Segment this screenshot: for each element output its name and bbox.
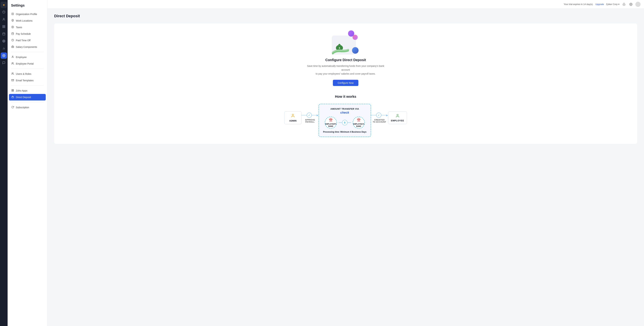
circle-2	[352, 35, 358, 40]
employer-bank-label: EMPLOYER'SBANK	[325, 123, 336, 127]
divider-4	[11, 102, 44, 102]
svg-marker-52	[357, 118, 360, 119]
icon-bar: ★	[0, 0, 8, 326]
sidebar-item-work-locations[interactable]: Work Locations	[8, 18, 47, 24]
arrow-right-1: ▶	[317, 114, 318, 116]
svg-rect-22	[12, 33, 14, 35]
work-locations-icon	[11, 19, 14, 22]
employee-portal-icon	[11, 62, 14, 65]
svg-rect-31	[12, 89, 12, 90]
how-it-works-title: How it works	[335, 95, 356, 99]
banks-row: EMPLOYER'SBANK $ EMPLOYEE'SBANK	[325, 116, 365, 129]
person-icon-btn[interactable]	[1, 16, 7, 23]
svg-point-40	[292, 114, 294, 115]
processing-text: Processing time: Minimum 4 Business Days	[323, 131, 366, 133]
bank-connector: $	[338, 120, 351, 125]
check-circle-2: ✓	[376, 113, 381, 118]
credited-label: CREDITEDTO ACCOUNT	[373, 119, 386, 123]
dashed-line-1	[302, 115, 307, 115]
check-circle-1: ✓	[307, 113, 312, 118]
configure-title: Configure Direct Deposit	[325, 58, 366, 62]
svg-point-1	[3, 18, 4, 19]
employee-final-label: EMPLOYEE	[391, 119, 404, 122]
employee-bank-circle: EMPLOYEE'SBANK	[353, 116, 365, 129]
employee-bank-label: EMPLOYEE'SBANK	[353, 123, 364, 127]
employer-bank-circle: EMPLOYER'SBANK	[325, 116, 337, 129]
sidebar-item-paid-time-off[interactable]: Paid Time Off	[8, 37, 47, 44]
upgrade-link[interactable]: Upgrade	[595, 3, 604, 6]
company-selector[interactable]: Zylker Corp ▾	[606, 3, 620, 6]
svg-rect-2	[2, 25, 4, 26]
arrow-with-check: ✓ ▶	[302, 113, 318, 118]
sidebar-item-users-roles[interactable]: Users & Roles	[8, 71, 47, 77]
settings-icon-btn[interactable]	[1, 53, 7, 59]
svg-point-12	[4, 41, 4, 42]
trial-text: Your trial expires in 14 day(s).	[564, 3, 593, 6]
connector-line-2	[348, 122, 351, 123]
svg-point-16	[4, 55, 4, 56]
grid-icon-btn[interactable]	[1, 24, 7, 30]
circle-3	[352, 47, 358, 54]
svg-point-30	[12, 73, 13, 74]
main-container: Your trial expires in 14 day(s). Upgrade…	[47, 0, 644, 326]
configure-desc: Save time by automatically transferring …	[304, 64, 387, 76]
sidebar-item-zoho-apps[interactable]: Zoho Apps	[8, 87, 47, 94]
transfer-via-label: AMOUNT TRANSFER VIA	[330, 108, 359, 110]
taxes-icon	[11, 26, 14, 29]
svg-point-29	[12, 63, 13, 63]
target-icon-btn[interactable]	[1, 38, 7, 44]
approve-step: ✓ ▶ APPROVEPAYROLL	[302, 113, 318, 123]
configure-now-button[interactable]: Configure Now	[333, 80, 358, 86]
sidebar-item-pay-schedule[interactable]: Pay Schedule	[8, 31, 47, 37]
email-templates-icon	[11, 79, 14, 82]
admin-step: ADMIN	[284, 111, 302, 129]
gear-icon[interactable]	[628, 2, 633, 7]
transfer-header: AMOUNT TRANSFER VIA check	[330, 108, 359, 114]
sidebar-item-taxes[interactable]: Taxes	[8, 24, 47, 31]
sidebar: Settings Organization Profile Work Locat…	[8, 0, 47, 326]
pay-schedule-icon	[11, 32, 14, 35]
employee-final-step: EMPLOYEE	[388, 111, 407, 129]
svg-point-18	[12, 20, 13, 21]
divider-3	[11, 85, 44, 86]
message-icon-btn[interactable]	[1, 60, 7, 66]
dashed-line-4	[381, 115, 386, 115]
star-icon-btn[interactable]: ★	[1, 2, 7, 8]
sidebar-item-salary-components[interactable]: Salary Components	[8, 44, 47, 50]
transfer-via-value: check	[340, 111, 349, 114]
svg-point-36	[630, 4, 632, 5]
sidebar-item-employee[interactable]: Employee	[8, 54, 47, 60]
sidebar-item-email-templates[interactable]: Email Templates	[8, 77, 47, 84]
sidebar-item-direct-deposit[interactable]: Direct Deposit	[9, 94, 46, 100]
dashed-line-3	[371, 115, 376, 115]
employee-icon	[11, 56, 14, 59]
sidebar-item-subscription[interactable]: Subscription	[8, 104, 47, 111]
svg-rect-33	[12, 91, 12, 91]
calendar-icon-btn[interactable]	[1, 31, 7, 37]
clock-icon-btn[interactable]	[1, 9, 7, 15]
hand-icon	[332, 45, 349, 55]
flow-diagram: ADMIN ✓ ▶ APPROVEPAYROLL	[59, 104, 632, 137]
illustration: $	[332, 30, 360, 55]
notifications-icon[interactable]	[622, 2, 626, 7]
svg-point-11	[3, 40, 5, 42]
approve-label: APPROVEPAYROLL	[305, 119, 315, 123]
paid-time-off-icon	[11, 39, 14, 42]
chart-icon-btn[interactable]	[1, 45, 7, 52]
employee-bank-icon	[357, 118, 361, 123]
sidebar-item-org-profile[interactable]: Organization Profile	[8, 11, 47, 18]
user-avatar[interactable]	[636, 2, 640, 7]
admin-person-icon	[287, 114, 298, 119]
sidebar-item-employee-portal[interactable]: Employee Portal	[8, 60, 47, 67]
zoho-apps-icon	[11, 89, 14, 92]
svg-rect-4	[2, 27, 4, 28]
svg-point-53	[397, 114, 398, 116]
svg-rect-34	[13, 91, 14, 91]
svg-rect-5	[4, 27, 5, 28]
direct-deposit-card: $ Configure Direct Deposit Save time by …	[54, 24, 637, 144]
transfer-box: AMOUNT TRANSFER VIA check EMPLOYER'SBANK	[318, 104, 371, 137]
svg-rect-32	[13, 89, 14, 90]
sidebar-title: Settings	[8, 4, 47, 11]
topbar: Your trial expires in 14 day(s). Upgrade…	[47, 0, 644, 9]
divider-2	[11, 69, 44, 69]
